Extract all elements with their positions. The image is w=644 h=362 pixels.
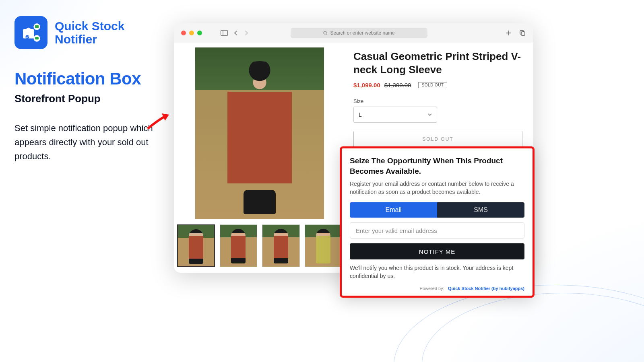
app-name: Quick Stock Notifier [55, 19, 124, 46]
browser-toolbar: Search or enter website name [174, 23, 533, 43]
powered-by-link[interactable]: Quick Stock Notifier (by hubifyapps) [448, 286, 524, 291]
size-select[interactable]: L [353, 107, 437, 123]
powered-by: Powered by: Quick Stock Notifier (by hub… [350, 286, 524, 291]
notify-footer-text: We'll notify you when this product is in… [350, 264, 524, 280]
address-bar[interactable]: Search or enter website name [291, 28, 427, 38]
notification-box: Seize The Opportunity When This Product … [340, 146, 535, 298]
tab-sms[interactable]: SMS [437, 202, 524, 218]
product-price: $1,099.00 [353, 82, 380, 88]
section-heading: Notification Box [14, 69, 159, 88]
price-row: $1,099.00 $1,300.00 SOLD OUT [353, 82, 526, 88]
email-input[interactable]: Enter your valid email address [350, 222, 524, 239]
thumbnail-1[interactable] [177, 224, 215, 267]
tabs-overview-button[interactable] [519, 30, 526, 36]
traffic-lights [181, 31, 202, 35]
product-thumbnails [177, 224, 342, 267]
forward-button[interactable] [244, 30, 249, 36]
notify-me-button[interactable]: NOTIFY ME [350, 243, 524, 259]
product-main-image[interactable] [195, 47, 324, 219]
notify-tabs: Email SMS [350, 202, 524, 218]
email-placeholder: Enter your valid email address [356, 227, 437, 234]
tab-email[interactable]: Email [350, 202, 437, 218]
svg-rect-13 [521, 32, 525, 35]
size-label: Size [353, 98, 526, 104]
arrow-icon [147, 109, 175, 134]
thumbnail-2[interactable] [220, 224, 257, 267]
powered-by-label: Powered by: [420, 286, 444, 291]
close-window-button[interactable] [181, 31, 186, 35]
section-description: Set simple notification popup which appe… [14, 121, 153, 164]
back-button[interactable] [233, 30, 238, 36]
thumbnail-4[interactable] [305, 224, 342, 267]
svg-point-8 [324, 31, 326, 34]
sold-out-badge: SOLD OUT [418, 82, 447, 88]
product-title: Casual Geometric Print Striped V-neck Lo… [353, 50, 526, 76]
app-name-line1: Quick Stock [55, 19, 124, 33]
thumbnail-3[interactable] [262, 224, 299, 267]
app-logo-icon [14, 16, 47, 49]
new-tab-button[interactable] [506, 30, 512, 36]
svg-line-9 [326, 34, 328, 35]
size-value: L [359, 111, 362, 118]
maximize-window-button[interactable] [197, 31, 202, 35]
search-icon [323, 31, 328, 35]
address-bar-placeholder: Search or enter website name [330, 30, 394, 36]
svg-rect-6 [221, 31, 228, 36]
section-subheading: Storefront Popup [14, 93, 159, 105]
sidebar-toggle-icon[interactable] [221, 30, 228, 36]
product-compare-price: $1,300.00 [384, 82, 411, 88]
svg-rect-5 [35, 37, 39, 39]
chevron-down-icon [428, 113, 432, 116]
sold-out-button: SOLD OUT [353, 131, 522, 148]
app-name-line2: Notifier [55, 33, 124, 46]
svg-rect-3 [35, 25, 39, 28]
minimize-window-button[interactable] [189, 31, 194, 35]
app-brand: Quick Stock Notifier [14, 16, 159, 49]
notify-title: Seize The Opportunity When This Product … [350, 156, 524, 176]
notify-subtitle: Register your email address or contact n… [350, 180, 524, 196]
left-panel: Quick Stock Notifier Notification Box St… [14, 16, 159, 164]
product-gallery [177, 47, 342, 267]
